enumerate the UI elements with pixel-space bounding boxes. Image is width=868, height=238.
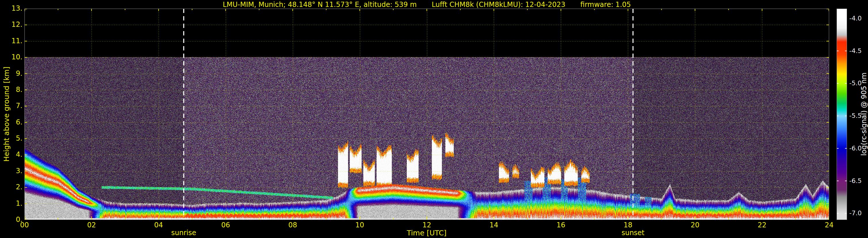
x-tick-label: 00 bbox=[20, 221, 29, 229]
y-tick-label: 11. bbox=[0, 37, 23, 45]
title-firmware: firmware: 1.05 bbox=[580, 1, 631, 9]
x-tick-label: 16 bbox=[557, 221, 565, 229]
y-tick-label: 5. bbox=[0, 134, 23, 142]
colorbar-tick-label: -6.5 bbox=[849, 177, 862, 185]
colorbar-canvas bbox=[837, 9, 847, 220]
x-tick-label: 04 bbox=[154, 221, 163, 229]
y-tick-label: 0. bbox=[0, 215, 23, 224]
x-tick-label: 24 bbox=[825, 221, 834, 229]
sunset-label: sunset bbox=[622, 229, 645, 237]
y-tick-label: 4. bbox=[0, 150, 23, 158]
y-tick-label: 7. bbox=[0, 102, 23, 110]
x-tick-label: 22 bbox=[758, 221, 767, 229]
y-tick-label: 1. bbox=[0, 199, 23, 207]
x-tick-label: 14 bbox=[489, 221, 498, 229]
x-tick-label: 20 bbox=[691, 221, 700, 229]
x-tick-label: 06 bbox=[221, 221, 230, 229]
plot-canvas bbox=[25, 9, 829, 220]
plot-title: LMU-MIM, Munich; 48.148° N 11.573° E, al… bbox=[25, 1, 829, 9]
y-tick-label: 13. bbox=[0, 4, 23, 12]
colorbar-tick-label: -6.0 bbox=[849, 144, 862, 152]
sunrise-label: sunrise bbox=[171, 229, 196, 237]
colorbar-tick-label: -5.0 bbox=[849, 79, 862, 87]
colorbar-tick-label: -4.0 bbox=[849, 14, 862, 23]
title-station: LMU-MIM, Munich; 48.148° N 11.573° E, al… bbox=[223, 1, 417, 9]
y-tick-label: 6. bbox=[0, 118, 23, 126]
y-tick-label: 9. bbox=[0, 69, 23, 78]
x-axis-label: Time [UTC] bbox=[407, 229, 446, 237]
ceilometer-quicklook: LMU-MIM, Munich; 48.148° N 11.573° E, al… bbox=[0, 0, 868, 238]
y-tick-label: 8. bbox=[0, 86, 23, 94]
y-axis-label: Height above ground [km] bbox=[2, 66, 11, 161]
x-tick-label: 18 bbox=[624, 221, 632, 229]
x-tick-label: 02 bbox=[87, 221, 96, 229]
x-tick-label: 08 bbox=[288, 221, 297, 229]
y-tick-label: 10. bbox=[0, 53, 23, 61]
y-tick-label: 12. bbox=[0, 21, 23, 29]
x-tick-label: 12 bbox=[422, 221, 431, 229]
colorbar-tick-label: -5.5 bbox=[849, 112, 862, 120]
title-instrument: Lufft CHM8k (CHM8kLMU): 12-04-2023 bbox=[432, 1, 565, 9]
x-tick-label: 10 bbox=[355, 221, 364, 229]
colorbar-tick-label: -7.0 bbox=[849, 209, 862, 217]
y-tick-label: 2. bbox=[0, 183, 23, 191]
y-tick-label: 3. bbox=[0, 167, 23, 175]
colorbar-tick-label: -4.5 bbox=[849, 47, 862, 55]
